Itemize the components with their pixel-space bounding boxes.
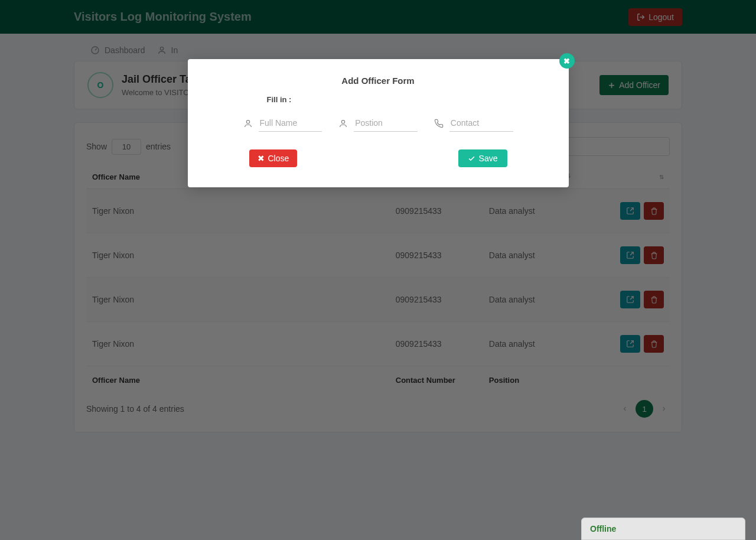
close-icon: ✖ bbox=[563, 57, 570, 66]
fullname-input[interactable] bbox=[259, 115, 322, 132]
modal-subtitle: Fill in : bbox=[267, 95, 549, 104]
person-icon bbox=[243, 119, 253, 128]
svg-point-7 bbox=[246, 120, 249, 123]
svg-point-8 bbox=[342, 120, 345, 123]
position-input[interactable] bbox=[354, 115, 418, 132]
check-icon bbox=[468, 155, 475, 162]
add-officer-modal: ✖ Add Officer Form Fill in : bbox=[188, 59, 569, 187]
modal-overlay[interactable]: ✖ Add Officer Form Fill in : bbox=[0, 0, 756, 540]
save-label: Save bbox=[479, 154, 498, 163]
close-button[interactable]: ✖ Close bbox=[249, 149, 298, 167]
phone-icon bbox=[434, 119, 444, 128]
modal-close-button[interactable]: ✖ bbox=[559, 53, 575, 69]
modal-title: Add Officer Form bbox=[208, 76, 549, 86]
close-label: Close bbox=[268, 154, 289, 163]
field-contact bbox=[434, 115, 513, 132]
person-icon bbox=[338, 119, 348, 128]
x-icon: ✖ bbox=[258, 154, 265, 163]
modal-fields bbox=[208, 115, 549, 132]
offline-label: Offline bbox=[590, 524, 616, 534]
field-position bbox=[338, 115, 418, 132]
modal-actions: ✖ Close Save bbox=[208, 149, 549, 167]
offline-widget[interactable]: Offline bbox=[581, 518, 745, 540]
save-button[interactable]: Save bbox=[458, 149, 507, 167]
contact-input[interactable] bbox=[449, 115, 513, 132]
field-fullname bbox=[243, 115, 322, 132]
